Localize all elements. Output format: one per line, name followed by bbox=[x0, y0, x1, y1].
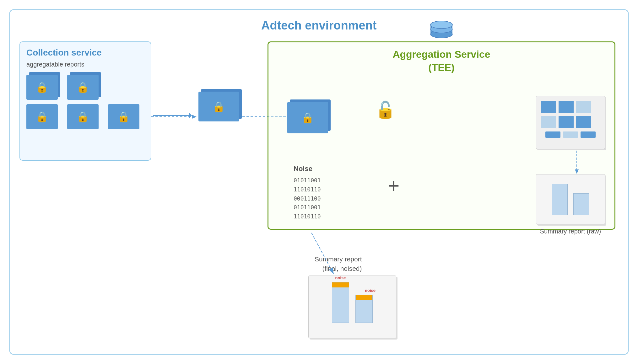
lock-icon-agg: 🔒 bbox=[301, 112, 314, 124]
svg-marker-1 bbox=[192, 115, 197, 119]
collection-service-subtitle: aggregatable reports bbox=[20, 58, 151, 68]
lock-icon-middle: 🔒 bbox=[213, 101, 225, 113]
lock-icon-4: 🔒 bbox=[77, 111, 89, 123]
summary-raw-card bbox=[536, 174, 605, 224]
noise-label: Noise bbox=[294, 165, 321, 173]
report-card-2: 🔒 bbox=[67, 75, 99, 100]
summary-raw-label: Summary report (raw) bbox=[536, 227, 605, 236]
diagonal-arrow-svg bbox=[293, 230, 355, 292]
reports-grid: 🔒 🔒 🔒 bbox=[20, 70, 151, 134]
noise-section: Noise 01011001 11010110 00011100 0101100… bbox=[294, 165, 321, 221]
noise-label-2: noise bbox=[365, 288, 376, 293]
agg-locked-reports: 🔒 bbox=[287, 102, 328, 133]
dashed-arrow-svg-1 bbox=[151, 104, 198, 129]
plus-sign: + bbox=[388, 174, 399, 197]
collection-service-title: Collection service bbox=[20, 42, 151, 58]
report-card-5: 🔒 bbox=[108, 104, 139, 129]
svg-marker-10 bbox=[575, 169, 579, 174]
svg-line-12 bbox=[311, 233, 333, 274]
lock-icon-3: 🔒 bbox=[36, 111, 48, 123]
aggregation-service-title: Aggregation Service (TEE) bbox=[268, 42, 614, 74]
main-container: Adtech environment Collection service ag… bbox=[9, 9, 629, 355]
lock-icon-1: 🔒 bbox=[36, 81, 48, 93]
svg-point-8 bbox=[430, 21, 452, 29]
noise-cap-2 bbox=[356, 295, 372, 300]
report-card-4: 🔒 bbox=[67, 104, 99, 129]
lock-icon-2: 🔒 bbox=[77, 81, 89, 93]
decoded-report-card bbox=[536, 96, 605, 149]
database-icon bbox=[429, 20, 454, 44]
binary-noise: 01011001 11010110 00011100 01011001 1101… bbox=[294, 176, 321, 221]
middle-reports-stack: 🔒 bbox=[198, 92, 239, 121]
aggregation-service-box: Aggregation Service (TEE) 🔒 🔓 bbox=[268, 41, 615, 230]
collection-service-box: Collection service aggregatable reports … bbox=[19, 41, 151, 161]
lock-icon-5: 🔒 bbox=[117, 111, 130, 123]
report-card-3: 🔒 bbox=[26, 104, 58, 129]
report-card-1: 🔒 bbox=[26, 75, 58, 100]
unlock-icon: 🔓 bbox=[375, 100, 396, 120]
v-dashed-arrow-svg bbox=[572, 151, 581, 176]
